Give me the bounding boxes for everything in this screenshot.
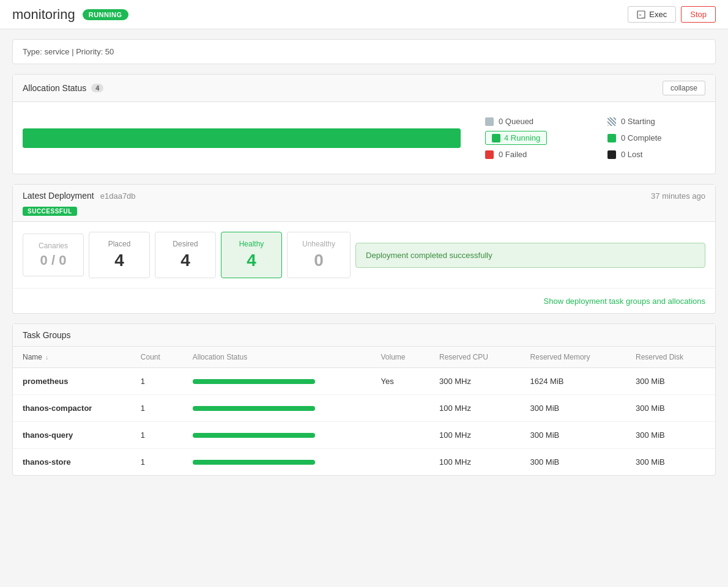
queued-label: 0 Queued [499, 117, 533, 126]
cell-name[interactable]: thanos-compactor [13, 395, 131, 422]
metric-placed: Placed 4 [89, 232, 150, 278]
cell-memory: 300 MiB [521, 449, 626, 476]
collapse-button[interactable]: collapse [663, 81, 705, 95]
cell-disk: 300 MiB [626, 449, 715, 476]
cell-disk: 300 MiB [626, 368, 715, 395]
status-badge: RUNNING [83, 9, 128, 20]
deployment-time: 37 minutes ago [651, 191, 705, 201]
task-groups-table: Name ↓ Count Allocation Status Volume Re… [13, 347, 715, 475]
cell-count: 1 [131, 395, 183, 422]
cell-volume [371, 449, 429, 476]
placed-label: Placed [104, 240, 135, 248]
table-row: prometheus 1 Yes 300 MHz 1624 MiB 300 Mi… [13, 368, 715, 395]
col-memory: Reserved Memory [521, 347, 626, 368]
deployment-header-top: Latest Deployment e1daa7db 37 minutes ag… [13, 185, 715, 203]
deployment-header-bottom: SUCCESSFUL [13, 203, 715, 222]
healthy-label: Healthy [236, 240, 267, 248]
alloc-bar [193, 379, 315, 384]
cell-memory: 1624 MiB [521, 368, 626, 395]
cell-allocation [183, 449, 371, 476]
lost-label: 0 Lost [621, 150, 642, 159]
queued-dot [485, 117, 494, 126]
top-left: monitoring RUNNING [12, 7, 128, 23]
metric-desired: Desired 4 [155, 232, 216, 278]
type-row: Type: service | Priority: 50 [13, 40, 715, 64]
canaries-label: Canaries [38, 242, 69, 250]
stat-failed: 0 Failed [485, 150, 583, 159]
unhealthy-value: 0 [302, 251, 335, 270]
alloc-bar-fill [193, 406, 315, 411]
deployment-title: Latest Deployment [23, 191, 94, 201]
progress-bar-container [23, 128, 461, 148]
col-allocation: Allocation Status [183, 347, 371, 368]
allocation-title: Allocation Status 4 [23, 83, 103, 93]
running-box: 4 Running [485, 131, 547, 145]
cell-count: 1 [131, 368, 183, 395]
cell-cpu: 300 MHz [429, 368, 521, 395]
metric-canaries: Canaries 0 / 0 [23, 234, 84, 276]
cell-name[interactable]: prometheus [13, 368, 131, 395]
desired-label: Desired [170, 240, 201, 248]
alloc-bar-fill [193, 460, 315, 465]
type-card: Type: service | Priority: 50 [12, 39, 716, 64]
task-groups-card: Task Groups Name ↓ Count Allocation Stat… [12, 323, 716, 476]
stat-starting: 0 Starting [607, 117, 705, 126]
running-label: 4 Running [504, 133, 540, 142]
stat-queued: 0 Queued [485, 117, 583, 126]
top-right: >_ Exec Stop [628, 6, 716, 23]
sort-icon: ↓ [45, 354, 48, 361]
alloc-bar [193, 406, 315, 411]
deployment-hash: e1daa7db [100, 191, 136, 201]
cell-count: 1 [131, 449, 183, 476]
starting-label: 0 Starting [621, 117, 655, 126]
exec-icon: >_ [637, 10, 645, 19]
complete-label: 0 Complete [621, 133, 661, 142]
stop-button[interactable]: Stop [681, 6, 716, 23]
alloc-bar [193, 433, 315, 438]
allocation-card: Allocation Status 4 collapse 0 Queued [12, 74, 716, 174]
cell-cpu: 100 MHz [429, 395, 521, 422]
allocation-body: 0 Queued 0 Starting 4 Running [13, 102, 715, 174]
content: Type: service | Priority: 50 Allocation … [0, 29, 728, 495]
cell-disk: 300 MiB [626, 395, 715, 422]
progress-bar [23, 128, 461, 148]
cell-volume: Yes [371, 368, 429, 395]
cell-volume [371, 422, 429, 449]
table-head: Name ↓ Count Allocation Status Volume Re… [13, 347, 715, 368]
failed-label: 0 Failed [499, 150, 527, 159]
col-volume: Volume [371, 347, 429, 368]
svg-text:>_: >_ [639, 12, 645, 18]
table-row: thanos-query 1 100 MHz 300 MiB 300 MiB [13, 422, 715, 449]
cell-allocation [183, 422, 371, 449]
running-dot [492, 134, 500, 142]
stat-complete: 0 Complete [607, 131, 705, 145]
table-row: thanos-compactor 1 100 MHz 300 MiB 300 M… [13, 395, 715, 422]
exec-button[interactable]: >_ Exec [628, 6, 676, 23]
show-deployments-link[interactable]: Show deployment task groups and allocati… [544, 297, 706, 306]
allocation-header: Allocation Status 4 collapse [13, 75, 715, 102]
cell-memory: 300 MiB [521, 395, 626, 422]
stats-grid: 0 Queued 0 Starting 4 Running [485, 117, 705, 159]
desired-value: 4 [170, 251, 201, 270]
deployment-success-message: Deployment completed successfully [355, 243, 705, 268]
col-cpu: Reserved CPU [429, 347, 521, 368]
allocation-count: 4 [91, 84, 103, 92]
metric-healthy: Healthy 4 [221, 232, 282, 278]
cell-volume [371, 395, 429, 422]
complete-dot [607, 134, 616, 142]
top-bar: monitoring RUNNING >_ Exec Stop [0, 0, 728, 29]
stat-lost: 0 Lost [607, 150, 705, 159]
cell-name[interactable]: thanos-query [13, 422, 131, 449]
placed-value: 4 [104, 251, 135, 270]
unhealthy-label: Unhealthy [302, 240, 335, 248]
col-count: Count [131, 347, 183, 368]
deployment-card: Latest Deployment e1daa7db 37 minutes ag… [12, 184, 716, 314]
app-title: monitoring [12, 7, 75, 23]
cell-name[interactable]: thanos-store [13, 449, 131, 476]
lost-dot [607, 150, 616, 159]
metric-unhealthy: Unhealthy 0 [287, 232, 351, 278]
cell-cpu: 100 MHz [429, 449, 521, 476]
healthy-value: 4 [236, 251, 267, 270]
cell-allocation [183, 368, 371, 395]
cell-count: 1 [131, 422, 183, 449]
